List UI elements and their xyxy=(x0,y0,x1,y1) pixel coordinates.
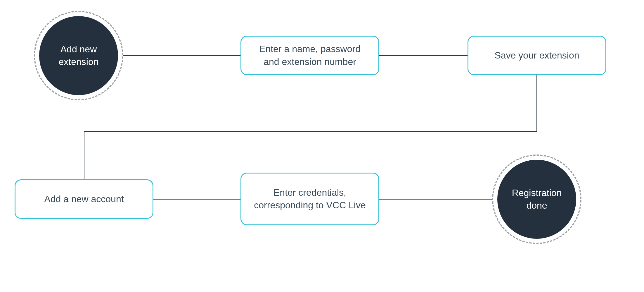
diagram-canvas: Add new extension Enter a name, password… xyxy=(0,0,644,292)
connector xyxy=(84,131,537,132)
connector xyxy=(153,199,240,200)
node-step2: Enter a name, password and extension num… xyxy=(240,36,379,75)
node-start: Add new extension xyxy=(34,11,123,100)
node-step5: Enter credentials, corresponding to VCC … xyxy=(240,173,379,225)
node-end: Registration done xyxy=(492,154,581,244)
connector xyxy=(379,199,492,200)
connector xyxy=(123,55,240,56)
connector xyxy=(84,131,84,179)
node-step4: Add a new account xyxy=(15,179,153,219)
end-label: Registration done xyxy=(497,160,576,239)
node-step3: Save your extension xyxy=(468,36,606,75)
start-label: Add new extension xyxy=(39,16,118,95)
connector xyxy=(536,75,537,132)
connector xyxy=(379,55,468,56)
